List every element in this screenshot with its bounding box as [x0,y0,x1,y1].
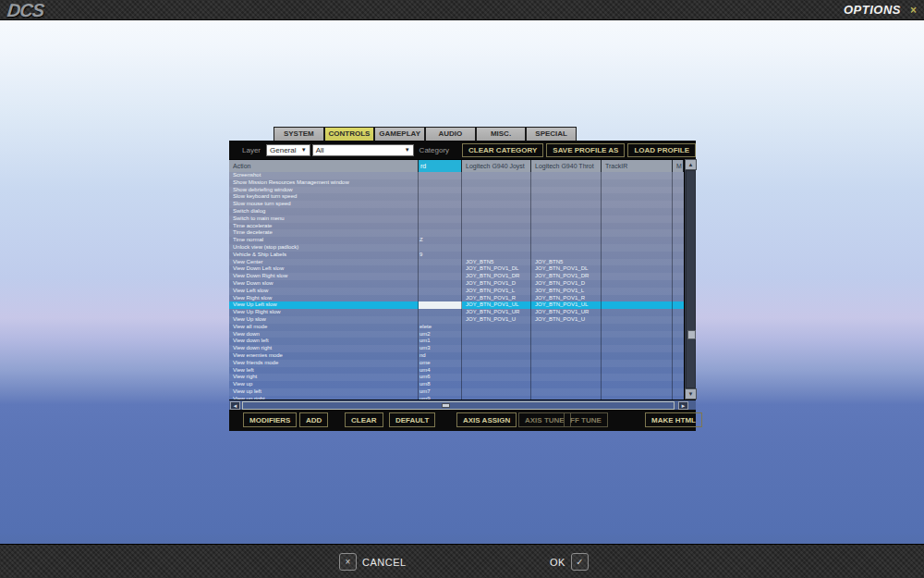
cell-kb[interactable] [419,259,462,266]
clear-button[interactable]: CLEAR [345,412,383,427]
cell-action[interactable]: Switch to main menu [229,215,419,223]
cell-joy1[interactable] [462,187,531,194]
cell-mouse[interactable] [673,280,684,288]
cell-trackir[interactable] [602,301,673,309]
cell-joy2[interactable] [531,360,602,367]
cell-action[interactable]: View down left [229,338,419,345]
cell-kb[interactable] [419,187,462,194]
cell-mouse[interactable] [673,223,684,230]
modifiers-button[interactable]: MODIFIERS [243,412,297,427]
cell-joy1[interactable] [462,324,531,331]
cell-mouse[interactable] [673,179,684,187]
cell-trackir[interactable] [602,374,673,381]
cell-mouse[interactable] [673,309,684,316]
cell-action[interactable]: View enemies mode [229,352,419,360]
cell-joy2[interactable] [531,388,602,396]
cell-mouse[interactable] [673,193,684,201]
table-row[interactable]: Unlock view (stop padlock) [229,244,684,252]
cell-trackir[interactable] [602,259,673,266]
cell-joy1[interactable]: JOY_BTN_POV1_U [462,316,531,324]
cell-joy2[interactable] [531,352,602,360]
cell-joy1[interactable]: JOY_BTN_POV1_R [462,295,531,302]
cell-joy1[interactable] [462,381,531,388]
default-button[interactable]: DEFAULT [389,412,435,427]
cell-trackir[interactable] [602,265,673,273]
save-profile-as-button[interactable]: SAVE PROFILE AS [546,143,625,157]
cell-action[interactable]: View right [229,374,419,381]
cell-kb[interactable] [419,273,462,280]
table-row[interactable]: Screenshot [229,172,684,179]
cell-joy1[interactable] [462,223,531,230]
cell-mouse[interactable] [673,208,684,215]
column-header-rd[interactable]: rd [419,160,462,172]
cell-action[interactable]: Time decelerate [229,229,419,237]
cell-action[interactable]: Screenshot [229,172,419,179]
cell-kb[interactable] [419,208,462,215]
scroll-down-icon[interactable]: ▼ [685,388,697,400]
cell-kb[interactable]: um3 [419,345,462,352]
table-row[interactable]: View leftum4 [229,367,684,375]
cell-joy2[interactable]: JOY_BTN_POV1_UR [531,309,602,316]
cell-joy1[interactable] [462,201,531,208]
cell-joy2[interactable] [531,244,602,252]
cell-action[interactable]: View Center [229,259,419,266]
cell-trackir[interactable] [602,338,673,345]
table-row[interactable]: View Up Right slowJOY_BTN_POV1_URJOY_BTN… [229,309,684,316]
cell-kb[interactable] [419,280,462,288]
cell-joy2[interactable]: JOY_BTN5 [531,259,602,266]
table-row[interactable]: View Up slowJOY_BTN_POV1_UJOY_BTN_POV1_U [229,316,684,324]
cell-joy2[interactable] [531,215,602,223]
cell-kb[interactable] [419,288,462,295]
cell-action[interactable]: View Left slow [229,288,419,295]
cell-trackir[interactable] [602,381,673,388]
cell-joy2[interactable]: JOY_BTN_POV1_U [531,316,602,324]
cell-joy2[interactable] [531,229,602,237]
cell-action[interactable]: View Down Left slow [229,265,419,273]
cell-trackir[interactable] [602,244,673,252]
cell-mouse[interactable] [673,265,684,273]
cell-joy1[interactable] [462,338,531,345]
cell-action[interactable]: Vehicle & Ship Labels [229,252,419,259]
tab-system[interactable]: SYSTEM [274,127,324,141]
close-icon[interactable]: × [910,5,917,16]
cell-mouse[interactable] [673,381,684,388]
table-row[interactable]: View upum8 [229,381,684,388]
cell-joy1[interactable]: JOY_BTN_POV1_L [462,288,531,295]
table-row[interactable]: View downum2 [229,331,684,338]
cell-action[interactable]: Switch dialog [229,208,419,215]
category-select[interactable]: All ▼ [312,144,414,156]
cell-mouse[interactable] [673,301,684,309]
cell-trackir[interactable] [602,288,673,295]
cell-mouse[interactable] [673,345,684,352]
cell-joy2[interactable] [531,237,602,244]
cell-action[interactable]: View friends mode [229,360,419,367]
cell-joy1[interactable] [462,367,531,375]
cell-joy2[interactable]: JOY_BTN_POV1_DR [531,273,602,280]
horizontal-scrollbar[interactable]: ◄ ► [229,400,696,410]
cell-mouse[interactable] [673,273,684,280]
add-button[interactable]: ADD [299,412,328,427]
table-row[interactable]: Switch to main menu [229,215,684,223]
cell-joy1[interactable] [462,179,531,187]
cell-kb[interactable]: Z [419,237,462,244]
cell-joy1[interactable] [462,215,531,223]
cell-trackir[interactable] [602,388,673,396]
ok-button[interactable]: ✓ [571,553,589,571]
table-row[interactable]: View CenterJOY_BTN5JOY_BTN5 [229,259,684,266]
cell-joy1[interactable] [462,360,531,367]
load-profile-button[interactable]: LOAD PROFILE [627,143,696,157]
table-row[interactable]: Time normalZ [229,237,684,244]
clear-category-button[interactable]: CLEAR CATEGORY [462,143,543,157]
cell-joy1[interactable] [462,193,531,201]
cell-joy2[interactable] [531,172,602,179]
cell-trackir[interactable] [602,187,673,194]
scroll-right-icon[interactable]: ► [678,401,688,410]
cell-action[interactable]: View Right slow [229,295,419,302]
table-row[interactable]: View down leftum1 [229,338,684,345]
cell-kb[interactable] [419,309,462,316]
cell-kb[interactable] [419,244,462,252]
cell-trackir[interactable] [602,193,673,201]
cell-kb[interactable] [419,223,462,230]
cell-mouse[interactable] [673,259,684,266]
cell-trackir[interactable] [602,324,673,331]
